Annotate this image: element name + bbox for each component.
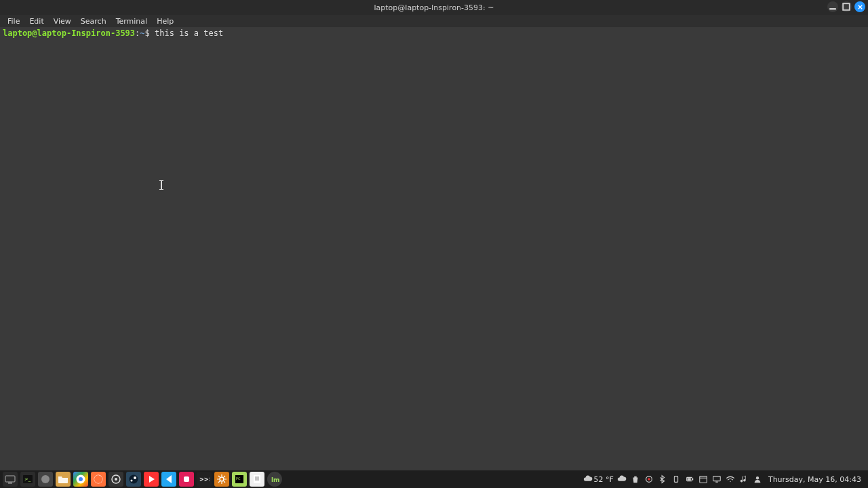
command-text xyxy=(150,28,155,38)
minimize-button[interactable] xyxy=(827,1,838,12)
taskbar-panel: 52 °F Thursday, May 16, 04:43 xyxy=(0,470,868,488)
steam-icon xyxy=(128,474,139,485)
pycharm-launcher[interactable] xyxy=(232,472,247,487)
terminal-launcher[interactable] xyxy=(20,472,35,487)
mint-menu[interactable] xyxy=(267,472,282,487)
obs-launcher[interactable] xyxy=(108,472,123,487)
ytmusic-launcher[interactable] xyxy=(144,472,159,487)
cal-tray[interactable] xyxy=(698,474,709,485)
panel-tray: 52 °F Thursday, May 16, 04:43 xyxy=(583,474,865,485)
user-tray[interactable] xyxy=(752,474,763,485)
folder-icon xyxy=(58,474,68,485)
minimize-icon xyxy=(827,1,838,12)
slack-launcher[interactable] xyxy=(179,472,194,487)
chrome-launcher[interactable] xyxy=(73,472,88,487)
close-button[interactable] xyxy=(854,1,865,12)
cloud-icon xyxy=(617,474,627,484)
note-icon xyxy=(739,474,749,484)
gear-icon xyxy=(216,474,227,485)
close-icon xyxy=(857,4,863,10)
steam-launcher[interactable] xyxy=(126,472,141,487)
window-title: laptop@laptop-Inspiron-3593: ~ xyxy=(374,3,494,12)
bluetooth-icon xyxy=(658,474,667,484)
document-icon xyxy=(252,474,262,485)
obs-icon xyxy=(111,474,121,485)
prompt-path: ~ xyxy=(140,28,144,38)
app1-launcher[interactable] xyxy=(38,472,53,487)
show-desktop-button[interactable] xyxy=(3,472,18,487)
battery-tray[interactable] xyxy=(684,474,695,485)
menu-help[interactable]: Help xyxy=(152,16,178,26)
display-icon xyxy=(712,474,722,484)
firefox-launcher[interactable] xyxy=(91,472,106,487)
recorder-tray[interactable] xyxy=(644,474,654,485)
settings-launcher[interactable] xyxy=(214,472,229,487)
trash-tray[interactable] xyxy=(630,474,641,485)
prompt-user-host: laptop@laptop-Inspiron-3593 xyxy=(3,28,135,38)
chrome-icon xyxy=(75,474,86,485)
panel-launchers xyxy=(3,472,282,487)
wifi-icon xyxy=(726,474,735,484)
weather-widget[interactable]: 52 °F xyxy=(583,474,614,484)
record-icon xyxy=(644,474,654,484)
svg-rect-1 xyxy=(843,3,850,10)
prompt-symbol: $ xyxy=(145,28,150,38)
menu-terminal[interactable]: Terminal xyxy=(111,16,153,26)
svg-rect-5 xyxy=(8,483,12,484)
window-controls xyxy=(827,1,865,12)
desktop-icon xyxy=(5,474,16,485)
command-input: this is a test xyxy=(155,28,223,38)
pycharm-icon xyxy=(234,474,245,485)
vscode-icon xyxy=(163,474,174,485)
bluetooth-tray[interactable] xyxy=(657,474,668,485)
slack-icon xyxy=(181,474,192,485)
docs-launcher[interactable] xyxy=(250,472,264,487)
chevrons-icon xyxy=(199,474,210,485)
menu-view[interactable]: View xyxy=(49,16,76,26)
terminal-area[interactable]: laptop@laptop-Inspiron-3593:~$ this is a… xyxy=(0,27,868,470)
trash-icon xyxy=(631,474,640,484)
svg-rect-4 xyxy=(5,476,15,482)
vscode-launcher[interactable] xyxy=(161,472,176,487)
menu-edit[interactable]: Edit xyxy=(24,16,48,26)
cloud-icon xyxy=(583,474,593,484)
titlebar: laptop@laptop-Inspiron-3593: ~ xyxy=(0,0,868,15)
weather-temp: 52 °F xyxy=(594,475,614,484)
menu-file[interactable]: File xyxy=(3,16,24,26)
calendar-icon xyxy=(698,474,708,484)
audio-tray[interactable] xyxy=(738,474,749,485)
terminal-icon xyxy=(22,474,33,485)
menu-search[interactable]: Search xyxy=(76,16,111,26)
maximize-icon xyxy=(841,1,852,12)
play-icon xyxy=(146,474,157,485)
clock[interactable]: Thursday, May 16, 04:43 xyxy=(768,475,861,484)
usb-tray[interactable] xyxy=(671,474,682,485)
mint-icon xyxy=(269,474,280,485)
menubar: File Edit View Search Terminal Help xyxy=(0,15,868,27)
usb-icon xyxy=(671,474,681,484)
firefox-icon xyxy=(93,474,104,485)
weather-tray[interactable] xyxy=(616,474,627,485)
app-icon xyxy=(40,474,51,485)
battery-icon xyxy=(685,474,694,484)
user-icon xyxy=(753,474,762,484)
text-cursor-icon xyxy=(161,180,162,190)
files-launcher[interactable] xyxy=(56,472,71,487)
network-tray[interactable] xyxy=(725,474,736,485)
chevrons-launcher[interactable] xyxy=(197,472,212,487)
display-tray[interactable] xyxy=(711,474,722,485)
maximize-button[interactable] xyxy=(841,1,852,12)
